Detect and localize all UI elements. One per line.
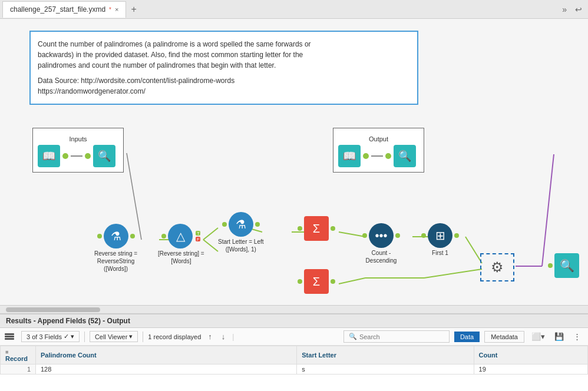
inputs-label: Inputs — [38, 135, 118, 143]
desc-line5: Data Source: http://wordsite.com/content… — [38, 75, 410, 86]
metadata-button[interactable]: Metadata — [484, 331, 524, 343]
fields-selector[interactable]: 3 of 3 Fields ✓ ▾ — [21, 331, 80, 342]
sigma2-out-dot — [331, 279, 335, 284]
new-tab-button[interactable]: + — [126, 2, 141, 17]
svg-line-8 — [465, 237, 482, 263]
pipe-sep: | — [232, 333, 234, 341]
cell-viewer-label: Cell Viewer — [95, 333, 127, 340]
svg-line-3 — [203, 240, 218, 251]
append-node[interactable]: ⚙ — [480, 253, 514, 281]
lines-icon2 — [5, 336, 14, 337]
formula-icon[interactable]: △ — [168, 224, 193, 248]
svg-line-11 — [424, 269, 482, 278]
sigma2-node[interactable]: Σ — [298, 269, 335, 294]
first1-in-dot — [421, 233, 426, 238]
sigma1-icon[interactable]: Σ — [304, 216, 329, 241]
desc-line6: https://randomwordgenerator.com/ — [38, 86, 410, 97]
tab-bar: challenge_257_start_file.yxmd * × + » ↩ — [0, 0, 588, 19]
modified-indicator: * — [109, 6, 111, 13]
output-connector2 — [385, 153, 391, 159]
cell-viewer-btn[interactable]: Cell Viewer ▾ — [90, 331, 138, 342]
description-box: Count the number of palindromes (a palin… — [29, 31, 418, 105]
table-container: ≡ Record Palindrome Count Start Letter C… — [0, 346, 588, 391]
first1-label: First 1 — [432, 249, 448, 257]
svg-line-6 — [339, 232, 365, 237]
start-letter-icon[interactable]: ⚗ — [229, 212, 253, 237]
scroll-up-button[interactable]: ↑ — [206, 331, 214, 342]
data-button[interactable]: Data — [454, 332, 480, 342]
svg-line-2 — [203, 228, 218, 240]
cell-count: 19 — [474, 365, 587, 375]
sigma1-in-dot — [298, 226, 302, 231]
table-header-row: ≡ Record Palindrome Count Start Letter C… — [1, 346, 588, 365]
sigma2-icon[interactable]: Σ — [304, 269, 329, 294]
workflow-canvas: Count the number of palindromes (a palin… — [0, 19, 588, 313]
svg-line-9 — [339, 278, 365, 284]
first1-out-dot — [454, 233, 459, 238]
left-icons — [5, 333, 14, 340]
count-descending-label: Count -Descending — [366, 249, 397, 264]
desc-line2: backwards) in the provided dataset. Also… — [38, 49, 410, 60]
start-out-dot — [255, 222, 260, 227]
results-header: Results - Append Fields (52) - Output — [0, 314, 588, 328]
sigma1-node[interactable]: Σ — [298, 216, 335, 241]
lines-icon — [5, 333, 14, 335]
overflow-button[interactable]: » — [559, 4, 570, 15]
inputs-browse-icon[interactable]: 🔍 — [93, 145, 115, 167]
search-input[interactable] — [359, 333, 444, 340]
out-browse-in-dot — [548, 263, 553, 268]
col-header-start-letter[interactable]: Start Letter — [297, 346, 474, 365]
col-record-sort-icon: ≡ — [5, 349, 8, 355]
output-book-icon[interactable]: 📖 — [338, 145, 361, 167]
first1-node[interactable]: ⊞ First 1 — [421, 223, 459, 257]
inputs-book-icon[interactable]: 📖 — [38, 145, 60, 167]
fields-label: 3 of 3 Fields — [27, 333, 62, 340]
canvas-scroll-thumb[interactable] — [6, 307, 100, 312]
sep1 — [84, 332, 85, 342]
inputs-connector — [62, 153, 68, 159]
cell-record-num: 1 — [1, 365, 36, 375]
start-letter-node[interactable]: ⚗ Start Letter = Left([Words], 1) — [218, 212, 264, 253]
scroll-down-button[interactable]: ↓ — [219, 331, 228, 342]
formula-in-dot — [161, 234, 166, 238]
save-button[interactable]: 💾 — [552, 331, 566, 342]
output-browse-icon[interactable]: 🔍 — [394, 145, 416, 167]
output-label: Output — [338, 135, 419, 143]
reverse-string-node[interactable]: ⚗ Reverse string =ReverseString([Words]) — [94, 224, 137, 273]
file-tab[interactable]: challenge_257_start_file.yxmd * × — [2, 1, 126, 18]
formula-label: [Reverse string] =[Words] — [158, 250, 204, 265]
reverse-out-dot — [130, 234, 135, 238]
output-line — [371, 155, 383, 157]
first1-icon[interactable]: ⊞ — [428, 223, 452, 248]
results-toolbar: 3 of 3 Fields ✓ ▾ Cell Viewer ▾ 1 record… — [0, 328, 588, 346]
output-group: Output 📖 🔍 — [333, 128, 424, 173]
results-table: ≡ Record Palindrome Count Start Letter C… — [0, 346, 588, 375]
svg-line-13 — [542, 154, 554, 266]
dots-icon[interactable]: ••• — [369, 223, 394, 248]
col-header-count[interactable]: Count — [474, 346, 587, 365]
cell-palindrome-count: 128 — [36, 365, 297, 375]
col-header-palindrome[interactable]: Palindrome Count — [36, 346, 297, 365]
dots-node[interactable]: ••• Count -Descending — [362, 223, 400, 264]
reverse-string-icon[interactable]: ⚗ — [104, 224, 128, 248]
dots-in-dot — [362, 233, 367, 238]
output-browse-node[interactable]: 🔍 — [548, 253, 579, 278]
tab-close-button[interactable]: × — [115, 6, 118, 13]
out-browse-icon[interactable]: 🔍 — [554, 253, 579, 278]
canvas-scrollbar[interactable] — [0, 305, 588, 313]
record-display: 1 record displayed — [148, 333, 201, 340]
undo-button[interactable]: ↩ — [572, 4, 586, 15]
gear-box[interactable]: ⚙ — [480, 253, 514, 281]
output-connector — [363, 153, 369, 159]
search-container: 🔍 — [343, 330, 450, 343]
fields-dropdown-icon: ▾ — [71, 333, 74, 340]
sigma2-in-dot — [298, 279, 302, 284]
copy-dropdown-button[interactable]: ⬜▾ — [529, 331, 547, 342]
reverse-string-label: Reverse string =ReverseString([Words]) — [94, 250, 137, 273]
inputs-connector2 — [85, 153, 91, 159]
formula-node[interactable]: △ T F [Reverse string] =[Words] — [158, 224, 204, 265]
col-header-record: ≡ Record — [1, 346, 36, 365]
more-options-button[interactable]: ⋮ — [571, 331, 583, 342]
table-row: 1 128 s 19 — [1, 365, 588, 375]
dots-out-dot — [395, 233, 400, 238]
